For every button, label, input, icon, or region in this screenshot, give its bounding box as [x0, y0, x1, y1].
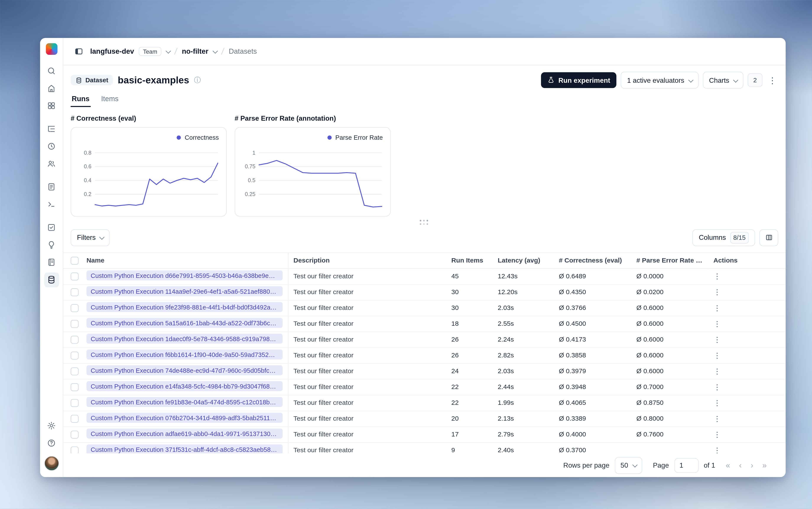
table-row[interactable]: Custom Python Execution e14fa348-5cfc-49… [63, 379, 785, 395]
tab-items[interactable]: Items [100, 93, 120, 107]
dashboard-icon[interactable] [44, 98, 59, 113]
table-row[interactable]: Custom Python Execution 114aa9ef-29e6-4e… [63, 284, 785, 300]
row-checkbox[interactable] [71, 272, 79, 280]
filters-button[interactable]: Filters [71, 229, 110, 246]
table-row[interactable]: Custom Python Execution 1daec0f9-5e78-43… [63, 332, 785, 347]
user-avatar[interactable] [44, 456, 59, 471]
org-chevron-down-icon[interactable] [166, 48, 171, 54]
run-parse-error-value: Ø 0.6000 [631, 363, 708, 379]
prev-page-icon[interactable]: ‹ [739, 461, 742, 470]
run-name-link[interactable]: Custom Python Execution 1daec0f9-5e78-43… [87, 334, 282, 344]
run-name-link[interactable]: Custom Python Execution f6bb1614-1f90-40… [87, 349, 282, 360]
run-name-link[interactable]: Custom Python Execution 9fe23f98-881e-44… [87, 302, 282, 312]
first-page-icon[interactable]: « [726, 461, 730, 470]
col-header-parse-error[interactable]: # Parse Error Rate (an... [631, 252, 708, 268]
table-row[interactable]: Custom Python Execution 371f531c-abff-4d… [63, 442, 785, 453]
row-actions-menu-icon[interactable]: ⋮ [713, 399, 721, 407]
run-parse-error-value: Ø 0.6000 [631, 347, 708, 363]
row-actions-menu-icon[interactable]: ⋮ [713, 351, 721, 360]
row-actions-menu-icon[interactable]: ⋮ [713, 446, 721, 453]
table-row[interactable]: Custom Python Execution d66e7991-8595-45… [63, 268, 785, 284]
project-chevron-down-icon[interactable] [213, 48, 218, 54]
sidebar-toggle-icon[interactable] [72, 45, 86, 58]
run-correctness-value: Ø 0.6489 [553, 268, 631, 284]
table-row[interactable]: Custom Python Execution 076b2704-341d-48… [63, 411, 785, 427]
more-actions-menu[interactable]: ⋮ [767, 75, 778, 85]
run-name-link[interactable]: Custom Python Execution 371f531c-abff-4d… [87, 444, 282, 453]
project-name[interactable]: no-filter [182, 47, 208, 56]
row-checkbox[interactable] [71, 288, 79, 296]
columns-button[interactable]: Columns 8/15 [692, 229, 755, 246]
col-header-latency[interactable]: Latency (avg) [493, 252, 553, 268]
row-checkbox[interactable] [71, 367, 79, 375]
col-header-run-items[interactable]: Run Items [446, 252, 493, 268]
breadcrumb-section[interactable]: Datasets [229, 47, 257, 56]
playground-terminal-icon[interactable] [44, 197, 59, 212]
users-icon[interactable] [44, 157, 59, 171]
lightbulb-icon[interactable] [44, 237, 59, 252]
row-checkbox[interactable] [71, 351, 79, 359]
next-page-icon[interactable]: › [751, 461, 753, 470]
run-name-link[interactable]: Custom Python Execution d66e7991-8595-45… [87, 271, 282, 280]
rows-per-page-select[interactable]: 50 [615, 457, 642, 474]
table-row[interactable]: Custom Python Execution f6bb1614-1f90-40… [63, 347, 785, 363]
row-actions-menu-icon[interactable]: ⋮ [713, 272, 721, 280]
table-view-options-icon[interactable] [759, 229, 778, 246]
home-icon[interactable] [44, 81, 59, 96]
run-name-link[interactable]: Custom Python Execution 076b2704-341d-48… [87, 413, 282, 423]
datasets-icon[interactable] [44, 272, 59, 287]
row-checkbox[interactable] [71, 446, 79, 453]
tracing-icon[interactable] [44, 122, 59, 136]
table-row[interactable]: Custom Python Execution 5a15a616-1bab-44… [63, 316, 785, 332]
row-checkbox[interactable] [71, 336, 79, 343]
run-name-link[interactable]: Custom Python Execution fe91b83e-04a5-47… [87, 397, 282, 407]
section-resize-handle[interactable] [420, 220, 429, 226]
run-experiment-button[interactable]: Run experiment [541, 72, 617, 88]
last-page-icon[interactable]: » [762, 461, 767, 470]
table-row[interactable]: Custom Python Execution 9fe23f98-881e-44… [63, 300, 785, 316]
col-header-correctness[interactable]: # Correctness (eval) [553, 252, 631, 268]
org-name[interactable]: langfuse-dev [90, 47, 134, 56]
evaluators-dropdown[interactable]: 1 active evaluators [621, 72, 699, 89]
run-name-link[interactable]: Custom Python Execution 5a15a616-1bab-44… [87, 318, 282, 328]
sessions-clock-icon[interactable] [44, 139, 59, 154]
info-icon[interactable]: ⓘ [194, 75, 201, 85]
run-name-link[interactable]: Custom Python Execution e14fa348-5cfc-49… [87, 381, 282, 391]
row-actions-menu-icon[interactable]: ⋮ [713, 414, 721, 423]
table-row[interactable]: Custom Python Execution adfae619-abb0-4d… [63, 427, 785, 442]
charts-dropdown[interactable]: Charts [703, 72, 744, 89]
row-actions-menu-icon[interactable]: ⋮ [713, 288, 721, 296]
select-all-checkbox[interactable] [71, 257, 79, 265]
row-actions-menu-icon[interactable]: ⋮ [713, 304, 721, 312]
run-name-link[interactable]: Custom Python Execution adfae619-abb0-4d… [87, 429, 282, 439]
col-header-name[interactable]: Name [81, 252, 288, 268]
table-row[interactable]: Custom Python Execution fe91b83e-04a5-47… [63, 395, 785, 411]
row-checkbox[interactable] [71, 430, 79, 438]
col-header-description[interactable]: Description [288, 252, 446, 268]
run-name-link[interactable]: Custom Python Execution 114aa9ef-29e6-4e… [87, 286, 282, 296]
page-number-input[interactable]: 1 [674, 458, 699, 473]
help-icon[interactable] [44, 436, 59, 450]
tab-runs[interactable]: Runs [71, 93, 91, 107]
row-actions-menu-icon[interactable]: ⋮ [713, 319, 721, 328]
chevron-down-icon [688, 77, 693, 82]
row-checkbox[interactable] [71, 304, 79, 312]
langfuse-logo[interactable] [46, 43, 58, 55]
evaluation-checklist-icon[interactable] [44, 220, 59, 235]
row-actions-menu-icon[interactable]: ⋮ [713, 430, 721, 439]
row-checkbox[interactable] [71, 320, 79, 328]
legend-dot [177, 135, 181, 139]
table-row[interactable]: Custom Python Execution 74de488e-ec9d-47… [63, 363, 785, 379]
settings-gear-icon[interactable] [44, 418, 59, 433]
row-actions-menu-icon[interactable]: ⋮ [713, 367, 721, 375]
search-icon[interactable] [44, 64, 59, 78]
row-actions-menu-icon[interactable]: ⋮ [713, 335, 721, 344]
row-checkbox[interactable] [71, 399, 79, 407]
row-checkbox[interactable] [71, 414, 79, 422]
annotation-notebook-icon[interactable] [44, 255, 59, 270]
run-name-link[interactable]: Custom Python Execution 74de488e-ec9d-47… [87, 365, 282, 375]
line-chart: 0.80.60.40.2 [76, 143, 221, 211]
row-checkbox[interactable] [71, 383, 79, 391]
prompts-icon[interactable] [44, 179, 59, 194]
row-actions-menu-icon[interactable]: ⋮ [713, 383, 721, 391]
